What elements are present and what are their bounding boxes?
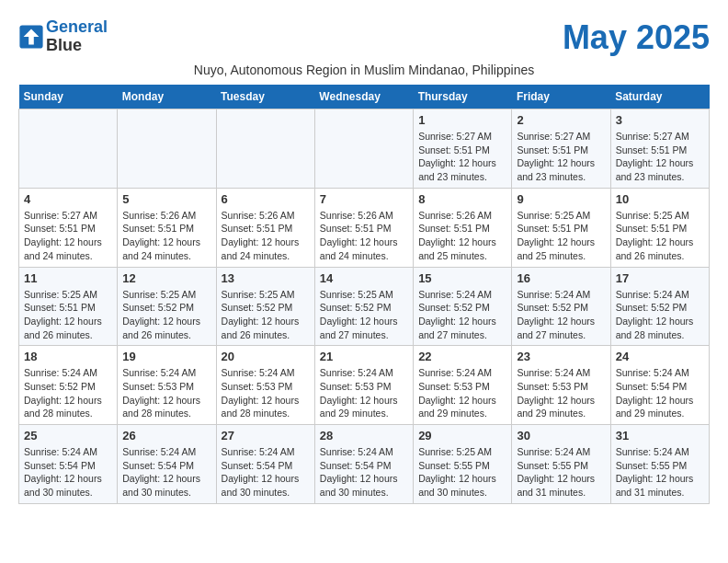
header: GeneralBlue May 2025 bbox=[18, 18, 710, 57]
header-wednesday: Wednesday bbox=[314, 85, 413, 109]
calendar-cell: 26Sunrise: 5:24 AM Sunset: 5:54 PM Dayli… bbox=[118, 425, 216, 504]
day-number: 31 bbox=[616, 429, 704, 442]
calendar-cell bbox=[118, 109, 216, 189]
day-info: Sunrise: 5:24 AM Sunset: 5:55 PM Dayligh… bbox=[616, 445, 704, 500]
calendar-cell: 19Sunrise: 5:24 AM Sunset: 5:53 PM Dayli… bbox=[118, 346, 216, 425]
logo: GeneralBlue bbox=[18, 18, 108, 55]
day-info: Sunrise: 5:25 AM Sunset: 5:51 PM Dayligh… bbox=[616, 209, 704, 263]
day-number: 27 bbox=[222, 429, 310, 442]
week-row-5: 25Sunrise: 5:24 AM Sunset: 5:54 PM Dayli… bbox=[19, 425, 710, 504]
day-number: 29 bbox=[418, 429, 506, 442]
week-row-3: 11Sunrise: 5:25 AM Sunset: 5:51 PM Dayli… bbox=[19, 267, 710, 346]
header-sunday: Sunday bbox=[19, 85, 118, 109]
day-number: 3 bbox=[616, 113, 704, 127]
calendar-cell: 24Sunrise: 5:24 AM Sunset: 5:54 PM Dayli… bbox=[610, 346, 709, 425]
calendar-cell: 17Sunrise: 5:24 AM Sunset: 5:52 PM Dayli… bbox=[610, 267, 709, 346]
calendar-cell: 28Sunrise: 5:24 AM Sunset: 5:54 PM Dayli… bbox=[314, 425, 413, 504]
day-info: Sunrise: 5:24 AM Sunset: 5:52 PM Dayligh… bbox=[24, 366, 112, 420]
day-info: Sunrise: 5:25 AM Sunset: 5:52 PM Dayligh… bbox=[320, 288, 408, 342]
calendar-cell: 18Sunrise: 5:24 AM Sunset: 5:52 PM Dayli… bbox=[19, 346, 118, 425]
calendar-cell: 3Sunrise: 5:27 AM Sunset: 5:51 PM Daylig… bbox=[610, 109, 709, 189]
subtitle: Nuyo, Autonomous Region in Muslim Mindan… bbox=[18, 63, 710, 77]
day-number: 14 bbox=[320, 271, 408, 285]
day-number: 10 bbox=[616, 192, 704, 206]
day-info: Sunrise: 5:24 AM Sunset: 5:54 PM Dayligh… bbox=[24, 445, 112, 500]
day-info: Sunrise: 5:24 AM Sunset: 5:53 PM Dayligh… bbox=[517, 366, 605, 420]
day-info: Sunrise: 5:24 AM Sunset: 5:55 PM Dayligh… bbox=[517, 445, 605, 500]
day-number: 4 bbox=[24, 192, 112, 206]
calendar-cell: 14Sunrise: 5:25 AM Sunset: 5:52 PM Dayli… bbox=[314, 267, 413, 346]
day-number: 20 bbox=[222, 350, 310, 363]
day-info: Sunrise: 5:25 AM Sunset: 5:52 PM Dayligh… bbox=[122, 288, 210, 342]
day-info: Sunrise: 5:27 AM Sunset: 5:51 PM Dayligh… bbox=[517, 130, 605, 184]
day-info: Sunrise: 5:26 AM Sunset: 5:51 PM Dayligh… bbox=[418, 209, 506, 263]
calendar-table: SundayMondayTuesdayWednesdayThursdayFrid… bbox=[18, 85, 710, 504]
day-number: 18 bbox=[24, 350, 112, 363]
day-info: Sunrise: 5:25 AM Sunset: 5:52 PM Dayligh… bbox=[222, 288, 310, 342]
day-number: 13 bbox=[222, 271, 310, 285]
day-info: Sunrise: 5:26 AM Sunset: 5:51 PM Dayligh… bbox=[320, 209, 408, 263]
calendar-cell: 13Sunrise: 5:25 AM Sunset: 5:52 PM Dayli… bbox=[216, 267, 314, 346]
day-info: Sunrise: 5:24 AM Sunset: 5:54 PM Dayligh… bbox=[222, 445, 310, 500]
calendar-cell: 1Sunrise: 5:27 AM Sunset: 5:51 PM Daylig… bbox=[414, 109, 512, 189]
calendar-cell: 6Sunrise: 5:26 AM Sunset: 5:51 PM Daylig… bbox=[216, 188, 314, 267]
calendar-cell: 15Sunrise: 5:24 AM Sunset: 5:52 PM Dayli… bbox=[414, 267, 512, 346]
day-number: 28 bbox=[320, 429, 408, 442]
day-number: 21 bbox=[320, 350, 408, 363]
day-number: 15 bbox=[418, 271, 506, 285]
day-number: 25 bbox=[24, 429, 112, 442]
day-number: 11 bbox=[24, 271, 112, 285]
day-info: Sunrise: 5:26 AM Sunset: 5:51 PM Dayligh… bbox=[122, 209, 210, 263]
calendar-cell: 31Sunrise: 5:24 AM Sunset: 5:55 PM Dayli… bbox=[610, 425, 709, 504]
day-info: Sunrise: 5:26 AM Sunset: 5:51 PM Dayligh… bbox=[222, 209, 310, 263]
day-info: Sunrise: 5:24 AM Sunset: 5:53 PM Dayligh… bbox=[418, 366, 506, 420]
day-info: Sunrise: 5:27 AM Sunset: 5:51 PM Dayligh… bbox=[616, 130, 704, 184]
week-row-1: 1Sunrise: 5:27 AM Sunset: 5:51 PM Daylig… bbox=[19, 109, 710, 189]
calendar-cell: 20Sunrise: 5:24 AM Sunset: 5:53 PM Dayli… bbox=[216, 346, 314, 425]
day-number: 30 bbox=[517, 429, 605, 442]
calendar-cell: 12Sunrise: 5:25 AM Sunset: 5:52 PM Dayli… bbox=[118, 267, 216, 346]
day-number: 22 bbox=[418, 350, 506, 363]
calendar-cell: 4Sunrise: 5:27 AM Sunset: 5:51 PM Daylig… bbox=[19, 188, 118, 267]
calendar-cell: 21Sunrise: 5:24 AM Sunset: 5:53 PM Dayli… bbox=[314, 346, 413, 425]
day-number: 17 bbox=[616, 271, 704, 285]
calendar-cell: 8Sunrise: 5:26 AM Sunset: 5:51 PM Daylig… bbox=[414, 188, 512, 267]
calendar-cell bbox=[216, 109, 314, 189]
day-number: 2 bbox=[517, 113, 605, 127]
day-info: Sunrise: 5:24 AM Sunset: 5:52 PM Dayligh… bbox=[517, 288, 605, 342]
calendar-cell: 30Sunrise: 5:24 AM Sunset: 5:55 PM Dayli… bbox=[512, 425, 610, 504]
header-friday: Friday bbox=[512, 85, 610, 109]
calendar-cell: 7Sunrise: 5:26 AM Sunset: 5:51 PM Daylig… bbox=[314, 188, 413, 267]
day-info: Sunrise: 5:27 AM Sunset: 5:51 PM Dayligh… bbox=[418, 130, 506, 184]
day-number: 5 bbox=[122, 192, 210, 206]
calendar-cell: 9Sunrise: 5:25 AM Sunset: 5:51 PM Daylig… bbox=[512, 188, 610, 267]
day-info: Sunrise: 5:25 AM Sunset: 5:51 PM Dayligh… bbox=[24, 288, 112, 342]
calendar-cell: 11Sunrise: 5:25 AM Sunset: 5:51 PM Dayli… bbox=[19, 267, 118, 346]
calendar-header-row: SundayMondayTuesdayWednesdayThursdayFrid… bbox=[19, 85, 710, 109]
day-number: 7 bbox=[320, 192, 408, 206]
day-info: Sunrise: 5:24 AM Sunset: 5:54 PM Dayligh… bbox=[320, 445, 408, 500]
day-info: Sunrise: 5:24 AM Sunset: 5:53 PM Dayligh… bbox=[122, 366, 210, 420]
day-info: Sunrise: 5:25 AM Sunset: 5:51 PM Dayligh… bbox=[517, 209, 605, 263]
calendar-cell: 25Sunrise: 5:24 AM Sunset: 5:54 PM Dayli… bbox=[19, 425, 118, 504]
day-info: Sunrise: 5:24 AM Sunset: 5:54 PM Dayligh… bbox=[616, 366, 704, 420]
calendar-cell bbox=[314, 109, 413, 189]
header-saturday: Saturday bbox=[610, 85, 709, 109]
day-number: 12 bbox=[122, 271, 210, 285]
week-row-4: 18Sunrise: 5:24 AM Sunset: 5:52 PM Dayli… bbox=[19, 346, 710, 425]
day-info: Sunrise: 5:24 AM Sunset: 5:53 PM Dayligh… bbox=[320, 366, 408, 420]
calendar-cell: 27Sunrise: 5:24 AM Sunset: 5:54 PM Dayli… bbox=[216, 425, 314, 504]
header-monday: Monday bbox=[118, 85, 216, 109]
day-info: Sunrise: 5:25 AM Sunset: 5:55 PM Dayligh… bbox=[418, 445, 506, 500]
calendar-cell: 5Sunrise: 5:26 AM Sunset: 5:51 PM Daylig… bbox=[118, 188, 216, 267]
day-number: 26 bbox=[122, 429, 210, 442]
calendar-cell: 29Sunrise: 5:25 AM Sunset: 5:55 PM Dayli… bbox=[414, 425, 512, 504]
day-info: Sunrise: 5:27 AM Sunset: 5:51 PM Dayligh… bbox=[24, 209, 112, 263]
day-info: Sunrise: 5:24 AM Sunset: 5:52 PM Dayligh… bbox=[616, 288, 704, 342]
day-number: 9 bbox=[517, 192, 605, 206]
calendar-cell: 23Sunrise: 5:24 AM Sunset: 5:53 PM Dayli… bbox=[512, 346, 610, 425]
week-row-2: 4Sunrise: 5:27 AM Sunset: 5:51 PM Daylig… bbox=[19, 188, 710, 267]
day-info: Sunrise: 5:24 AM Sunset: 5:52 PM Dayligh… bbox=[418, 288, 506, 342]
day-info: Sunrise: 5:24 AM Sunset: 5:54 PM Dayligh… bbox=[122, 445, 210, 500]
day-info: Sunrise: 5:24 AM Sunset: 5:53 PM Dayligh… bbox=[222, 366, 310, 420]
